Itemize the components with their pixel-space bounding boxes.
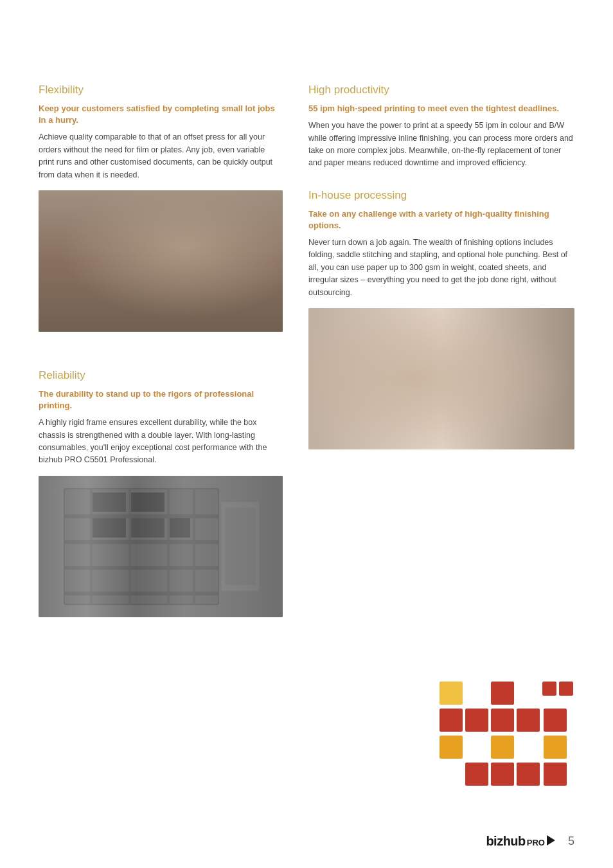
svg-rect-34 xyxy=(466,338,559,388)
svg-rect-11 xyxy=(229,203,240,210)
svg-rect-53 xyxy=(542,682,556,696)
machine-frame-image xyxy=(39,476,283,617)
svg-rect-56 xyxy=(465,709,488,732)
flexibility-subtitle: Keep your customers satisfied by complet… xyxy=(39,103,283,126)
svg-rect-65 xyxy=(517,763,540,786)
svg-rect-37 xyxy=(506,311,574,338)
woman-computer-svg xyxy=(39,190,283,332)
svg-rect-38 xyxy=(506,311,574,314)
reliability-image xyxy=(39,476,283,617)
svg-rect-9 xyxy=(209,203,218,210)
svg-rect-12 xyxy=(209,222,222,229)
svg-rect-20 xyxy=(64,514,218,518)
svg-rect-26 xyxy=(93,518,126,538)
page-number: 5 xyxy=(568,835,574,848)
high-productivity-title: High productivity xyxy=(308,84,574,96)
svg-rect-21 xyxy=(64,540,218,544)
svg-rect-54 xyxy=(559,682,573,696)
main-content: Flexibility Keep your customers satisfie… xyxy=(39,64,574,622)
svg-rect-10 xyxy=(220,203,227,210)
svg-rect-36 xyxy=(472,403,553,428)
svg-rect-45 xyxy=(524,327,536,334)
left-column: Flexibility Keep your customers satisfie… xyxy=(39,64,283,622)
reliability-body: A highly rigid frame ensures excellent d… xyxy=(39,417,283,467)
logo-pro: PRO xyxy=(527,838,545,847)
inhouse-subtitle: Take on any challenge with a variety of … xyxy=(308,208,574,231)
svg-rect-59 xyxy=(544,709,567,732)
svg-rect-29 xyxy=(221,502,260,592)
svg-rect-41 xyxy=(510,316,522,323)
svg-rect-52 xyxy=(491,682,514,705)
svg-rect-31 xyxy=(308,311,574,447)
svg-rect-17 xyxy=(129,489,131,604)
svg-rect-63 xyxy=(465,763,488,786)
svg-rect-42 xyxy=(524,316,536,323)
reliability-title: Reliability xyxy=(39,369,283,382)
svg-rect-7 xyxy=(206,229,276,235)
svg-point-49 xyxy=(389,338,426,363)
svg-rect-66 xyxy=(544,763,567,786)
footer: bizhub PRO 5 xyxy=(486,834,574,849)
svg-rect-50 xyxy=(308,311,370,447)
flexibility-title: Flexibility xyxy=(39,84,283,96)
svg-rect-28 xyxy=(170,518,190,538)
flexibility-image xyxy=(39,190,283,332)
svg-rect-6 xyxy=(206,210,276,216)
inhouse-processing-section: In-house processing Take on any challeng… xyxy=(308,189,574,449)
svg-rect-2 xyxy=(64,222,141,280)
machine-svg xyxy=(39,476,283,617)
svg-rect-3 xyxy=(67,226,138,276)
svg-point-4 xyxy=(148,226,186,271)
svg-rect-35 xyxy=(469,391,556,403)
inhouse-image xyxy=(308,308,574,449)
svg-rect-39 xyxy=(506,323,574,327)
brand-logo: bizhub PRO xyxy=(486,834,555,849)
svg-rect-22 xyxy=(64,566,218,570)
squares-svg xyxy=(440,682,574,791)
svg-rect-43 xyxy=(537,316,549,323)
svg-rect-23 xyxy=(64,592,218,595)
page-container: Flexibility Keep your customers satisfie… xyxy=(0,0,613,868)
svg-rect-60 xyxy=(440,736,463,759)
woman-printer-image xyxy=(308,308,574,449)
svg-rect-27 xyxy=(131,518,164,538)
svg-rect-30 xyxy=(225,508,256,585)
svg-rect-44 xyxy=(510,327,522,334)
high-productivity-section: High productivity 55 ipm high-speed prin… xyxy=(308,84,574,170)
svg-rect-13 xyxy=(223,222,233,229)
svg-rect-0 xyxy=(39,190,283,332)
svg-rect-16 xyxy=(90,489,93,604)
svg-rect-32 xyxy=(308,403,574,446)
svg-rect-48 xyxy=(426,391,463,403)
logo-bizhub: bizhub xyxy=(486,834,525,849)
svg-rect-62 xyxy=(544,736,567,759)
svg-rect-40 xyxy=(506,334,574,338)
svg-rect-55 xyxy=(440,709,463,732)
reliability-subtitle: The durability to stand up to the rigors… xyxy=(39,388,283,411)
inhouse-title: In-house processing xyxy=(308,189,574,202)
flexibility-section: Flexibility Keep your customers satisfie… xyxy=(39,84,283,332)
svg-rect-25 xyxy=(131,493,164,512)
color-squares-pattern xyxy=(440,682,574,791)
svg-rect-8 xyxy=(206,248,276,255)
svg-rect-58 xyxy=(517,709,540,732)
svg-rect-14 xyxy=(39,476,283,617)
svg-rect-61 xyxy=(491,736,514,759)
svg-rect-1 xyxy=(39,280,283,332)
svg-rect-57 xyxy=(491,709,514,732)
reliability-section: Reliability The durability to stand up t… xyxy=(39,369,283,617)
woman-printer-svg xyxy=(308,308,574,449)
svg-rect-5 xyxy=(148,267,186,306)
logo-arrow-icon xyxy=(547,835,555,845)
woman-computer-image xyxy=(39,190,283,332)
svg-point-46 xyxy=(390,340,425,380)
flexibility-body: Achieve quality comparable to that of an… xyxy=(39,131,283,181)
high-productivity-subtitle: 55 ipm high-speed printing to meet even … xyxy=(308,103,574,114)
svg-rect-19 xyxy=(193,489,195,604)
right-column: High productivity 55 ipm high-speed prin… xyxy=(308,64,574,622)
svg-rect-33 xyxy=(463,336,562,441)
svg-rect-18 xyxy=(167,489,170,604)
svg-rect-64 xyxy=(491,763,514,786)
svg-rect-51 xyxy=(440,682,463,705)
svg-rect-15 xyxy=(64,489,218,604)
